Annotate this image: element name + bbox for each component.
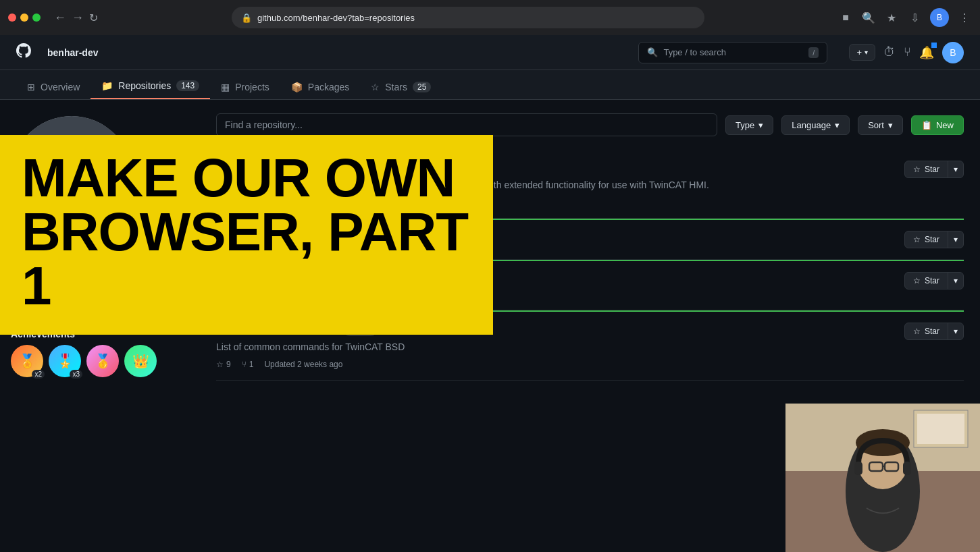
new-repo-button[interactable]: 📋 New: [911, 115, 964, 135]
achievement-1: 🎖️ x3: [49, 345, 81, 377]
star-icon-3: ☆: [216, 360, 224, 369]
achievement-0: 🏅 x2: [11, 345, 43, 377]
star-arrow-0[interactable]: ▾: [948, 161, 963, 177]
stars-icon: ☆: [371, 82, 380, 92]
achievement-emoji-0: 🏅: [19, 353, 36, 369]
video-thumbnail-overlay: Make our ownBrowser, part 1: [0, 135, 493, 335]
projects-icon: ▦: [221, 82, 230, 92]
star-main-0[interactable]: ☆ Star: [905, 161, 948, 177]
achievement-count-1: x3: [70, 370, 82, 379]
plus-button[interactable]: + ▾: [849, 44, 875, 61]
search-icon: 🔍: [647, 47, 658, 57]
sort-label: Sort: [868, 120, 884, 130]
fork-count-3: 1: [249, 360, 254, 369]
tab-stars[interactable]: ☆ Stars 25: [360, 75, 442, 99]
zoom-icon[interactable]: 🔍: [861, 10, 876, 25]
tab-packages[interactable]: 📦 Packages: [280, 75, 360, 99]
new-repo-label: New: [936, 120, 954, 130]
packages-icon: 📦: [291, 82, 303, 92]
star-icon-btn-2: ☆: [913, 276, 921, 285]
user-avatar[interactable]: B: [942, 42, 964, 63]
repo-search-input[interactable]: [216, 113, 717, 136]
close-dot[interactable]: [8, 13, 16, 22]
achievement-emoji-3: 👑: [132, 353, 149, 369]
stars-count: 25: [413, 82, 431, 92]
extensions-icon[interactable]: ■: [838, 10, 853, 25]
repo-desc-3: List of common commands for TwinCAT BSD: [216, 340, 904, 354]
star-arrow-3[interactable]: ▾: [948, 323, 963, 339]
language-filter-button[interactable]: Language ▾: [781, 115, 850, 135]
achievements-grid: 🏅 x2 🎖️ x3 🥇 👑: [11, 345, 189, 377]
star-main-2[interactable]: ☆ Star: [905, 273, 948, 289]
star-button-2[interactable]: ☆ Star ▾: [904, 272, 964, 289]
repositories-count: 143: [176, 80, 199, 91]
type-chevron-icon: ▾: [758, 120, 763, 130]
forward-icon[interactable]: →: [72, 11, 84, 25]
tab-projects-label: Projects: [235, 82, 269, 92]
star-icon-btn-1: ☆: [913, 235, 921, 244]
svg-rect-12: [917, 414, 964, 444]
star-icon-btn-3: ☆: [913, 327, 921, 336]
video-title: Make our ownBrowser, part 1: [22, 151, 471, 313]
sort-chevron-icon: ▾: [888, 120, 893, 130]
nav-actions: + ▾ ⏱ ⑂ 🔔 B: [849, 42, 964, 63]
star-button-3[interactable]: ☆ Star ▾: [904, 323, 964, 340]
webcam-person: [785, 404, 980, 552]
repo-forks-3: ⑂ 1: [242, 360, 254, 369]
overview-icon: ⊞: [27, 82, 35, 92]
github-nav: benhar-dev 🔍 Type / to search / + ▾ ⏱ ⑂ …: [0, 35, 980, 70]
repos-icon: 📁: [101, 80, 113, 91]
github-logo: [16, 43, 31, 62]
minimize-dot[interactable]: [20, 13, 28, 22]
maximize-dot[interactable]: [32, 13, 41, 22]
tab-packages-label: Packages: [308, 82, 349, 92]
refresh-icon[interactable]: ↻: [89, 11, 98, 24]
repo-meta-3: ☆ 9 ⑂ 1 Updated 2 weeks ago: [216, 360, 904, 369]
star-button-1[interactable]: ☆ Star ▾: [904, 231, 964, 248]
achievements-section: Achievements 🏅 x2 🎖️ x3 🥇 👑: [11, 329, 189, 377]
merge-icon[interactable]: ⑂: [904, 45, 911, 59]
tab-overview-label: Overview: [41, 82, 80, 92]
star-arrow-2[interactable]: ▾: [948, 273, 963, 289]
plus-icon: +: [856, 47, 862, 57]
menu-icon[interactable]: ⋮: [957, 10, 972, 25]
back-icon[interactable]: ←: [54, 11, 66, 25]
svg-rect-17: [903, 462, 911, 475]
star-arrow-1[interactable]: ▾: [948, 231, 963, 248]
svg-rect-16: [854, 462, 862, 475]
plus-chevron: ▾: [865, 49, 868, 56]
type-label: Type: [736, 120, 754, 130]
achievement-count-0: x2: [32, 370, 45, 379]
tab-repositories[interactable]: 📁 Repositories 143: [91, 74, 210, 99]
tab-projects[interactable]: ▦ Projects: [210, 75, 280, 99]
tab-stars-label: Stars: [385, 82, 407, 92]
bookmark-icon[interactable]: ★: [884, 10, 899, 25]
notification-icon[interactable]: 🔔: [919, 45, 934, 60]
tab-overview[interactable]: ⊞ Overview: [16, 75, 91, 99]
language-chevron-icon: ▾: [835, 120, 840, 130]
address-bar[interactable]: 🔒 github.com/benhar-dev?tab=repositories: [232, 7, 704, 28]
type-filter-button[interactable]: Type ▾: [725, 115, 773, 135]
star-button-0[interactable]: ☆ Star ▾: [904, 161, 964, 178]
star-main-1[interactable]: ☆ Star: [905, 231, 948, 248]
tab-repositories-label: Repositories: [118, 80, 171, 91]
downloads-icon[interactable]: ⇩: [907, 10, 922, 25]
repo-stars-3: ☆ 9: [216, 360, 231, 369]
timer-icon[interactable]: ⏱: [883, 45, 896, 59]
achievement-emoji-2: 🥇: [95, 353, 111, 369]
browser-chrome: ← → ↻ 🔒 github.com/benhar-dev?tab=reposi…: [0, 0, 980, 35]
achievement-emoji-1: 🎖️: [57, 353, 74, 369]
repo-updated-3: Updated 2 weeks ago: [264, 360, 342, 369]
language-label: Language: [792, 120, 831, 130]
profile-tabs: ⊞ Overview 📁 Repositories 143 ▦ Projects…: [0, 70, 980, 100]
lock-icon: 🔒: [241, 13, 252, 23]
profile-icon[interactable]: B: [930, 8, 949, 27]
sort-filter-button[interactable]: Sort ▾: [858, 115, 903, 135]
new-repo-icon: 📋: [921, 120, 932, 130]
window-controls: [8, 13, 41, 22]
achievement-3: 👑: [124, 345, 157, 377]
nav-username: benhar-dev: [47, 47, 98, 58]
star-main-3[interactable]: ☆ Star: [905, 323, 948, 339]
star-icon-btn-0: ☆: [913, 165, 921, 174]
global-search[interactable]: 🔍 Type / to search /: [638, 42, 827, 63]
